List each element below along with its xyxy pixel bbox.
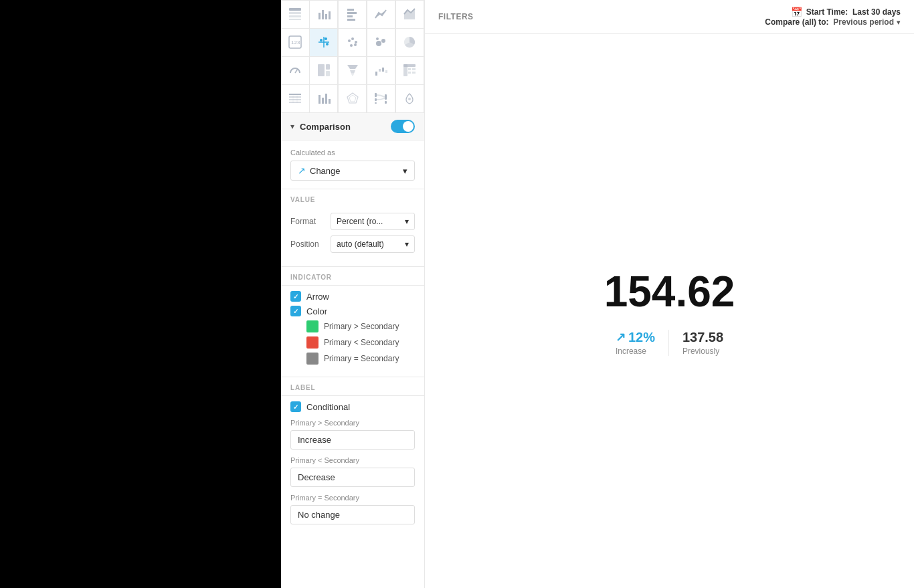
svg-line-28 [295,69,298,73]
chart-type-bar[interactable] [309,0,338,29]
chart-type-scatter[interactable] [338,28,367,57]
chart-type-funnel[interactable] [338,56,367,85]
main-container: 123 [281,0,914,588]
chevron-down-icon: ▾ [405,239,409,249]
svg-rect-45 [289,94,301,95]
conditional-checkbox[interactable] [290,401,301,412]
chart-type-gauge[interactable] [281,56,310,85]
chart-type-hbar[interactable] [338,0,367,29]
chart-type-area[interactable] [395,0,424,29]
svg-rect-3 [289,19,301,20]
chart-type-map[interactable] [395,84,424,113]
indicator-section-label: INDICATOR [281,266,424,285]
condition-gt-text: Primary > Secondary [324,322,399,331]
svg-rect-52 [322,98,324,104]
chart-header: FILTERS 📅 Start Time: Last 30 days Compa… [425,0,914,34]
start-time-text: Start Time: Last 30 days [806,7,901,17]
header-time-block: 📅 Start Time: Last 30 days Compare (all)… [765,7,901,27]
chart-type-scorecard[interactable]: 123 [281,28,310,57]
svg-point-22 [355,41,357,43]
condition-eq-swatch[interactable] [306,353,318,365]
metric-stats: ↗ 12% Increase 137.58 Previously [616,330,723,356]
chevron-down-icon: ▾ [403,166,407,176]
svg-point-17 [320,39,323,41]
chart-type-radar[interactable] [338,84,367,113]
format-row: Format Percent (ro... ▾ [290,213,415,230]
primary-eq-input[interactable] [290,505,415,524]
condition-lt-text: Primary < Secondary [324,338,399,347]
chevron-down-icon: ▾ [290,122,294,131]
chart-type-line[interactable] [367,0,395,29]
primary-gt-input[interactable] [290,430,415,450]
metric-value: 154.62 [604,267,735,316]
chart-type-waterfall[interactable] [367,56,395,85]
chart-type-treemap[interactable] [309,56,338,85]
chart-type-pivot[interactable] [395,56,424,85]
chart-type-bubble[interactable] [367,28,395,57]
arrow-checkbox[interactable] [290,291,301,302]
svg-rect-58 [375,98,377,101]
svg-rect-0 [289,8,301,11]
start-time-value: Last 30 days [852,7,901,17]
change-percent: 12% [628,330,655,345]
comparison-header-left: ▾ Comparison [290,122,351,132]
svg-rect-1 [289,12,301,14]
svg-rect-53 [325,94,327,104]
svg-rect-40 [403,64,407,76]
svg-point-62 [408,98,411,100]
indicator-section: Arrow Color Primary > Secondary Primary … [281,285,424,377]
svg-point-18 [325,37,327,40]
chart-type-table[interactable] [281,0,310,29]
primary-eq-subtitle: Primary = Secondary [290,494,415,502]
svg-rect-11 [347,19,355,21]
svg-rect-29 [318,64,325,76]
condition-lt-swatch[interactable] [306,336,318,349]
svg-rect-54 [329,99,331,104]
value-section-label: VALUE [281,189,424,207]
svg-rect-6 [325,14,327,19]
calculated-as-value: Change [310,166,341,176]
svg-rect-57 [375,93,377,97]
svg-point-23 [350,44,353,47]
svg-rect-10 [347,15,353,17]
comparison-title: Comparison [300,122,351,132]
up-arrow-icon: ↗ [616,330,626,345]
time-controls: 📅 Start Time: Last 30 days [791,7,901,17]
svg-rect-8 [347,9,354,11]
filters-label: FILTERS [438,12,474,21]
chart-type-pie[interactable] [395,28,424,57]
svg-rect-36 [379,69,381,72]
chart-icon-grid: 123 [281,0,424,113]
svg-rect-7 [329,11,331,19]
condition-gt-swatch[interactable] [306,320,318,332]
svg-rect-43 [408,72,411,74]
svg-rect-37 [382,68,384,72]
chart-type-scatter-x[interactable] [309,28,338,57]
chart-type-table-alt[interactable] [281,84,310,113]
svg-marker-33 [350,70,355,74]
metric-change: ↗ 12% Increase [616,330,669,356]
format-dropdown[interactable]: Percent (ro... ▾ [331,213,415,230]
primary-lt-subtitle: Primary < Secondary [290,456,415,464]
comparison-toggle[interactable] [391,120,415,133]
chart-type-bar-alt[interactable] [309,84,338,113]
svg-marker-56 [349,95,356,102]
change-value: ↗ 12% [616,330,655,345]
chart-sidebar: 123 [281,0,425,588]
condition-lt-row: Primary < Secondary [290,336,415,349]
metric-display: 154.62 ↗ 12% Increase 137.58 Previously [425,34,914,588]
chart-type-sankey[interactable] [367,84,395,113]
color-checkbox[interactable] [290,306,301,316]
svg-rect-30 [326,64,330,70]
position-dropdown[interactable]: auto (default) ▾ [331,235,415,253]
svg-rect-61 [385,101,387,104]
start-time-prefix: Start Time: [806,7,848,17]
previous-label: Previously [682,347,719,356]
position-row: Position auto (default) ▾ [290,235,415,253]
svg-point-24 [354,43,357,46]
svg-marker-34 [351,74,354,76]
compare-dropdown[interactable]: Compare (all) to: Previous period ▾ [765,17,901,27]
left-black-panel [0,0,281,588]
calculated-as-dropdown[interactable]: ↗ Change ▾ [290,161,415,181]
primary-lt-input[interactable] [290,468,415,487]
